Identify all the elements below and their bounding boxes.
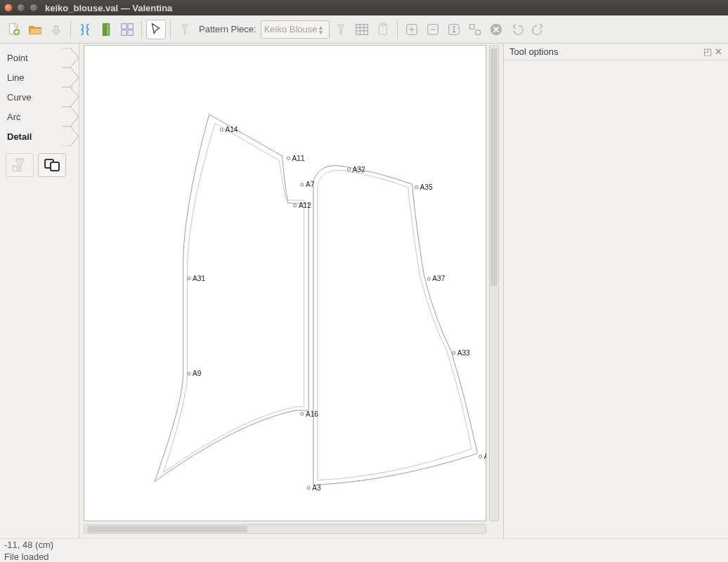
drawing-canvas[interactable]: A14A11A32A7A35A12A31A37A33A9A16A27A3	[84, 45, 486, 521]
pattern-piece-icon	[177, 22, 193, 37]
close-panel-icon[interactable]: ✕	[715, 46, 722, 57]
pattern-point-label: A32	[353, 166, 365, 174]
save-file-button[interactable]	[46, 20, 66, 39]
clipboard-icon	[375, 22, 391, 37]
new-file-button[interactable]	[4, 20, 24, 39]
window-minimize-button[interactable]	[17, 4, 25, 12]
layout-mode-button[interactable]	[117, 20, 137, 39]
status-message: File loaded	[4, 551, 724, 562]
new-detail-icon	[11, 157, 29, 173]
pattern-point[interactable]	[347, 168, 350, 171]
window-close-button[interactable]	[4, 4, 13, 12]
pattern-point[interactable]	[415, 185, 417, 188]
zoom-in-button[interactable]	[402, 20, 422, 39]
tab-notch-icon	[62, 67, 79, 87]
toolbar-separator	[397, 20, 398, 39]
zoom-out-icon	[425, 22, 441, 37]
redo-icon	[531, 22, 546, 37]
zoom-fit-icon	[467, 22, 483, 37]
svg-rect-8	[381, 22, 385, 25]
tooltab-line[interactable]: Line	[0, 67, 79, 87]
new-detail-tool[interactable]	[6, 153, 34, 177]
svg-rect-18	[51, 162, 59, 171]
pattern-point[interactable]	[307, 486, 310, 489]
svg-rect-4	[122, 30, 126, 34]
pattern-point[interactable]	[294, 204, 297, 207]
pattern-piece-select[interactable]: Keiko Blouse ▴ ▾	[261, 20, 330, 39]
pattern-point[interactable]	[301, 412, 304, 415]
open-folder-icon	[27, 22, 43, 37]
zoom-fit-button[interactable]	[465, 20, 485, 39]
union-tool[interactable]	[38, 153, 66, 177]
union-icon	[43, 157, 61, 173]
table-icon	[354, 22, 370, 37]
draw-mode-icon	[77, 22, 93, 37]
main-toolbar: Pattern Piece: Keiko Blouse ▴ ▾ 1	[0, 15, 728, 44]
draw-mode-button[interactable]	[75, 20, 95, 39]
tab-notch-icon	[62, 107, 79, 126]
tool-options-panel: Tool options ◰ ✕	[503, 44, 728, 538]
window-titlebar: keiko_blouse.val — Valentina	[0, 0, 728, 15]
pattern-point[interactable]	[301, 183, 304, 186]
tooltab-point[interactable]: Point	[0, 48, 79, 67]
detail-mode-button[interactable]	[96, 20, 116, 39]
clipboard-button[interactable]	[373, 20, 393, 39]
tooltab-curve[interactable]: Curve	[0, 87, 79, 107]
tooltab-label: Curve	[7, 92, 32, 103]
zoom-out-button[interactable]	[423, 20, 443, 39]
svg-rect-13	[469, 24, 474, 28]
scrollbar-thumb[interactable]	[87, 525, 247, 532]
new-file-icon	[6, 22, 22, 37]
tab-notch-icon	[62, 87, 79, 107]
tooltab-detail[interactable]: Detail	[0, 126, 79, 146]
pattern-point-label: A14	[225, 126, 238, 133]
pattern-point-label: A16	[306, 410, 318, 418]
table-button[interactable]	[352, 20, 372, 39]
tab-notch-icon	[62, 48, 79, 67]
pattern-point-label: A27	[484, 452, 486, 460]
toolbar-separator	[70, 20, 71, 39]
undo-button[interactable]	[507, 20, 527, 39]
stop-button[interactable]	[486, 20, 506, 39]
tooltab-arc[interactable]: Arc	[0, 107, 79, 126]
scrollbar-thumb[interactable]	[490, 48, 498, 286]
pattern-point[interactable]	[453, 351, 455, 354]
svg-rect-14	[475, 30, 479, 34]
stop-icon	[488, 22, 504, 37]
tooltab-label: Arc	[7, 112, 21, 122]
pattern-point[interactable]	[188, 277, 190, 280]
status-bar: -11, 48 (cm) File loaded	[0, 538, 728, 562]
pattern-point[interactable]	[220, 129, 223, 131]
gear-pattern-icon	[333, 22, 349, 37]
pattern-piece-value: Keiko Blouse	[264, 24, 318, 34]
svg-text:1: 1	[451, 24, 456, 34]
pattern-point-label: A3	[312, 484, 321, 492]
pattern-point-label: A12	[299, 202, 311, 209]
pattern-point-label: A9	[193, 370, 202, 377]
window-maximize-button[interactable]	[30, 4, 38, 12]
detail-mode-icon	[98, 22, 114, 37]
save-icon	[48, 22, 64, 37]
redo-button[interactable]	[528, 20, 548, 39]
tooltab-label: Line	[7, 72, 25, 83]
pattern-point[interactable]	[479, 455, 481, 458]
window-title: keiko_blouse.val — Valentina	[45, 3, 172, 13]
pattern-point[interactable]	[427, 277, 430, 280]
tab-notch-icon	[62, 126, 79, 146]
pattern-point[interactable]	[287, 157, 290, 159]
undock-icon[interactable]: ◰	[703, 46, 712, 57]
open-file-button[interactable]	[25, 20, 45, 39]
layout-mode-icon	[119, 22, 135, 37]
pointer-tool-button[interactable]	[146, 20, 166, 39]
new-pattern-piece-button[interactable]	[175, 20, 195, 39]
tool-options-title: Tool options	[509, 46, 558, 57]
config-pattern-button[interactable]	[331, 20, 351, 39]
chevron-down-icon: ▾	[319, 30, 326, 34]
vertical-scrollbar[interactable]	[489, 45, 499, 521]
pattern-point-label: A33	[457, 349, 470, 357]
zoom-reset-button[interactable]: 1	[444, 20, 464, 39]
horizontal-scrollbar[interactable]	[84, 524, 486, 534]
pattern-point-label: A35	[420, 183, 433, 191]
pattern-point[interactable]	[188, 372, 190, 375]
zoom-in-icon	[404, 22, 420, 37]
